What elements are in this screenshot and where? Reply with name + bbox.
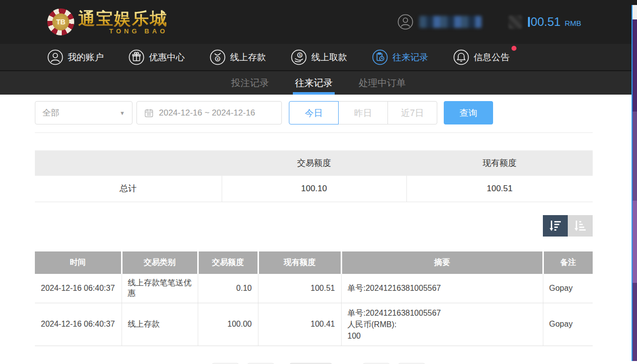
chevron-down-icon: ▼ — [120, 110, 125, 116]
main-nav: 我的账户 优惠中心 ¥ 线上存款 $ 线上取款 — [0, 44, 637, 70]
casino-chip-icon: TB — [47, 8, 74, 35]
summary-total-label: 总计 — [35, 176, 222, 202]
tab-pending-orders[interactable]: 处理中订单 — [357, 71, 408, 95]
logo-text: 通宝娱乐城 TONG BAO — [78, 10, 168, 34]
col-summary: 摘要 — [341, 251, 543, 274]
records-table: 时间 交易类别 交易额度 现有额度 摘要 备注 2024-12-16 06:40… — [35, 251, 593, 347]
balance: 00.51 RMB — [528, 15, 581, 29]
summary-header-empty — [35, 150, 222, 176]
user-cluster: 00.51 RMB — [397, 0, 581, 44]
page: TB 通宝娱乐城 TONG BAO 00.51 RMB 我的账户 — [0, 0, 637, 364]
summary-total-balance: 100.51 — [406, 176, 593, 202]
nav-item-announcements[interactable]: 信息公告 — [453, 49, 510, 65]
summary-header-row: 交易额度 现有额度 — [35, 150, 593, 176]
calendar-icon — [144, 108, 154, 118]
nav-label: 往来记录 — [392, 51, 428, 63]
divider — [35, 132, 593, 133]
sort-ascending-icon — [573, 218, 588, 233]
nav-item-my-account[interactable]: 我的账户 — [47, 49, 104, 65]
nav-label: 信息公告 — [474, 51, 510, 63]
sort-ascending-button[interactable] — [568, 215, 593, 237]
deposit-icon: ¥ — [210, 49, 226, 65]
records-icon — [372, 49, 388, 65]
logo-subtitle: TONG BAO — [78, 28, 168, 34]
cell-balance: 100.41 — [258, 303, 341, 346]
tab-transaction-records[interactable]: 往来记录 — [293, 71, 335, 95]
cell-note: Gopay — [543, 303, 593, 346]
sort-descending-icon — [548, 218, 563, 233]
summary-total-transaction: 100.10 — [222, 176, 406, 202]
tab-strip: 投注记录 往来记录 处理中订单 — [0, 70, 637, 95]
username-redacted[interactable] — [419, 16, 482, 28]
cell-summary: 单号:20241216381005567 — [341, 274, 543, 303]
table-row: 2024-12-16 06:40:37 线上存款 100.00 100.41 单… — [35, 303, 593, 346]
nav-item-transaction-records[interactable]: 往来记录 — [372, 49, 428, 65]
nav-item-deposit[interactable]: ¥ 线上存款 — [210, 49, 266, 65]
withdraw-icon: $ — [291, 49, 307, 65]
site-logo[interactable]: TB 通宝娱乐城 TONG BAO — [47, 8, 168, 35]
date-range-group: 今日 昨日 近7日 — [289, 101, 437, 124]
type-select-value: 全部 — [42, 107, 59, 119]
today-button[interactable]: 今日 — [289, 101, 339, 124]
top-header: TB 通宝娱乐城 TONG BAO 00.51 RMB — [0, 0, 637, 44]
summary-header-current-balance: 现有额度 — [406, 150, 593, 176]
cell-type: 线上存款笔笔送优惠 — [122, 274, 198, 303]
currency-icon-redacted — [509, 15, 522, 29]
type-select[interactable]: 全部 ▼ — [35, 101, 132, 124]
summary-header-transaction-amount: 交易额度 — [222, 150, 406, 176]
nav-label: 我的账户 — [68, 51, 104, 63]
search-button[interactable]: 查询 — [444, 101, 493, 124]
yesterday-button[interactable]: 昨日 — [338, 101, 388, 124]
col-amount: 交易额度 — [198, 251, 258, 274]
tab-bet-records[interactable]: 投注记录 — [229, 71, 271, 95]
account-icon — [47, 49, 63, 65]
col-balance: 现有额度 — [258, 251, 341, 274]
cell-type: 线上存款 — [122, 303, 198, 346]
notification-badge — [511, 46, 516, 51]
col-note: 备注 — [543, 251, 593, 274]
summary-table: 交易额度 现有额度 总计 100.10 100.51 — [35, 150, 593, 202]
last7days-button[interactable]: 近7日 — [387, 101, 437, 124]
col-time: 时间 — [35, 251, 122, 274]
cell-note: Gopay — [543, 274, 593, 303]
gift-icon — [128, 49, 144, 65]
nav-item-withdraw[interactable]: $ 线上取款 — [291, 49, 347, 65]
cell-amount: 0.10 — [198, 274, 258, 303]
cell-summary: 单号:20241216381005567 人民币(RMB): 100 — [341, 303, 543, 346]
nav-label: 优惠中心 — [149, 51, 185, 63]
cell-time: 2024-12-16 06:40:37 — [35, 274, 122, 303]
filter-row: 全部 ▼ 2024-12-16 ~ 2024-12-16 今日 昨日 近7日 查… — [35, 101, 637, 124]
balance-cropped-digit — [528, 17, 530, 27]
records-header-row: 时间 交易类别 交易额度 现有额度 摘要 备注 — [35, 251, 593, 274]
user-avatar-icon[interactable] — [397, 14, 413, 30]
cell-amount: 100.00 — [198, 303, 258, 346]
nav-label: 线上存款 — [230, 51, 266, 63]
floating-widget-cropped[interactable] — [632, 5, 637, 361]
table-row: 2024-12-16 06:40:37 线上存款笔笔送优惠 0.10 100.5… — [35, 274, 593, 303]
nav-item-promotions[interactable]: 优惠中心 — [128, 49, 185, 65]
cell-time: 2024-12-16 06:40:37 — [35, 303, 122, 346]
sort-row — [35, 215, 593, 237]
summary-total-row: 总计 100.10 100.51 — [35, 176, 593, 202]
date-range-input[interactable]: 2024-12-16 ~ 2024-12-16 — [136, 101, 282, 124]
chip-tb-label: TB — [52, 13, 69, 30]
cell-balance: 100.51 — [258, 274, 341, 303]
balance-amount: 00.51 — [528, 15, 561, 29]
balance-currency: RMB — [565, 19, 581, 27]
col-type: 交易类别 — [122, 251, 198, 274]
date-range-value: 2024-12-16 ~ 2024-12-16 — [159, 108, 255, 118]
sort-descending-button[interactable] — [543, 215, 568, 237]
logo-title: 通宝娱乐城 — [78, 10, 168, 27]
nav-label: 线上取款 — [311, 51, 347, 63]
bell-icon — [453, 49, 469, 65]
